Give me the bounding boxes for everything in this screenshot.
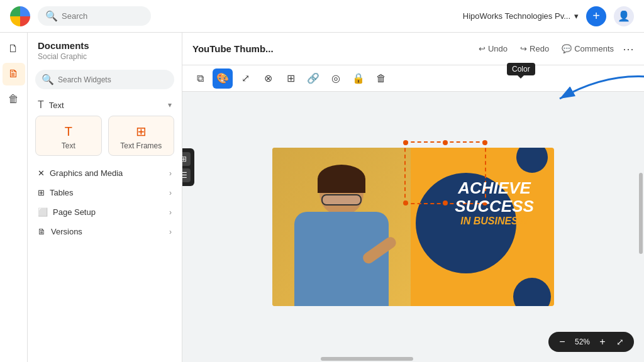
link-button[interactable]: 🔗 — [303, 69, 323, 89]
thumbnail-wrapper: ACHIEVE SUCCESS IN BUSINESS! — [272, 148, 554, 306]
zoom-out-button[interactable]: − — [555, 334, 570, 349]
sidebar-item-versions[interactable]: 🗎 Versions › — [28, 222, 182, 241]
thumbnail-text-success: SUCCESS — [444, 197, 545, 216]
search-input[interactable] — [62, 11, 137, 21]
text-widget-icon: T — [65, 124, 72, 139]
zoom-level-label: 52% — [572, 337, 592, 346]
sidebar-item-page-setup[interactable]: ⬜ Page Setup › — [28, 202, 182, 222]
widget-search[interactable]: 🔍 — [35, 70, 174, 89]
search-icon: 🔍 — [42, 74, 54, 85]
editor-actions: ↩ Undo ↪ Redo 💬 Comments ⋯ — [475, 41, 634, 56]
text-widget[interactable]: T Text — [35, 116, 102, 156]
editor-area: YouTube Thumb... ↩ Undo ↪ Redo 💬 Comment… — [182, 33, 644, 362]
versions-label: Versions — [51, 227, 82, 236]
add-button[interactable]: + — [586, 6, 606, 26]
text-widget-label: Text — [62, 141, 75, 150]
layer-button[interactable]: ◎ — [326, 69, 346, 89]
app-logo[interactable] — [10, 6, 30, 26]
document-title: YouTube Thumb... — [192, 43, 470, 54]
page-setup-chevron: › — [169, 208, 172, 217]
handle-top-left[interactable] — [403, 140, 408, 145]
graphics-chevron: › — [169, 169, 172, 178]
lock-button[interactable]: 🔒 — [348, 69, 369, 89]
canvas-area[interactable]: ⊞ ☰ — [182, 92, 644, 362]
icon-bar: 🗋 🗎 🗑 — [0, 33, 28, 362]
text-section-header[interactable]: T Text ▾ — [35, 97, 174, 116]
sidebar-item-tables[interactable]: ⊞ Tables › — [28, 183, 182, 202]
sidebar-item-graphics-media[interactable]: ✕ Graphics and Media › — [28, 163, 182, 183]
navbar: 🔍 HipoWorks Technologies Pv... ▾ + 👤 — [0, 0, 644, 33]
page-setup-label: Page Setup — [53, 207, 96, 217]
thumbnail-text-area: ACHIEVE SUCCESS IN BUSINESS! — [444, 179, 545, 227]
undo-icon: ↩ — [479, 44, 486, 53]
graphics-label: Graphics and Media — [50, 168, 123, 178]
text-type-icon: T — [38, 99, 44, 111]
panel-icon-list[interactable]: ☰ — [182, 168, 191, 182]
scrollbar-right[interactable] — [639, 173, 643, 254]
grid-button[interactable]: ⊞ — [280, 69, 301, 89]
thumbnail-text-inbiz: IN BUSINESS! — [444, 215, 545, 227]
doc-button[interactable]: 🗎 — [3, 63, 25, 85]
avatar[interactable]: 👤 — [614, 6, 634, 26]
sidebar: Documents Social Graphic 🔍 T Text ▾ T Te… — [28, 33, 182, 362]
copy-button[interactable]: ⧉ — [190, 69, 210, 89]
color-button[interactable]: 🎨 — [213, 69, 233, 89]
person-hair — [318, 165, 365, 193]
graphics-icon: ✕ — [38, 168, 45, 178]
company-name-label: HipoWorks Technologies Pv... — [463, 11, 570, 21]
thumbnail-text-achieve: ACHIEVE — [444, 179, 545, 197]
person-photo — [272, 148, 411, 306]
company-selector[interactable]: HipoWorks Technologies Pv... ▾ — [463, 11, 579, 21]
text-widgets-grid: T Text ⊞ Text Frames — [35, 116, 174, 156]
trash-button[interactable]: 🗑 — [3, 88, 25, 111]
comments-icon: 💬 — [562, 44, 572, 53]
person-bg — [272, 148, 411, 306]
main-layout: 🗋 🗎 🗑 Documents Social Graphic 🔍 T Text … — [0, 33, 644, 362]
scrollbar-bottom[interactable] — [321, 357, 413, 361]
global-search[interactable]: 🔍 — [38, 6, 151, 26]
crop-button[interactable]: ⤢ — [235, 69, 255, 89]
person-figure — [285, 162, 398, 306]
page-setup-icon: ⬜ — [38, 207, 48, 217]
widget-search-input[interactable] — [58, 75, 168, 84]
undo-button[interactable]: ↩ Undo — [475, 41, 511, 56]
circle-top-right — [516, 148, 548, 173]
fullscreen-button[interactable]: ⤢ — [613, 334, 628, 349]
chevron-down-icon: ▾ — [574, 11, 579, 21]
versions-chevron: › — [169, 228, 172, 236]
text-frames-icon: ⊞ — [136, 124, 147, 139]
rotate-button[interactable]: ⊗ — [258, 69, 278, 89]
thumbnail-canvas[interactable]: ACHIEVE SUCCESS IN BUSINESS! — [272, 148, 554, 306]
zoom-in-button[interactable]: + — [595, 334, 610, 349]
toolbar: Color ⧉ 🎨 ⤢ ⊗ ⊞ 🔗 ◎ 🔒 🗑 — [182, 65, 644, 92]
panel-icon-grid[interactable]: ⊞ — [182, 152, 191, 166]
handle-top-mid[interactable] — [443, 140, 448, 145]
editor-header: YouTube Thumb... ↩ Undo ↪ Redo 💬 Comment… — [182, 33, 644, 65]
tables-chevron: › — [169, 189, 172, 197]
sidebar-subtitle: Social Graphic — [28, 52, 182, 67]
text-frames-widget[interactable]: ⊞ Text Frames — [108, 116, 175, 156]
sidebar-title: Documents — [28, 40, 182, 52]
panel-icon-overlay: ⊞ ☰ — [182, 148, 194, 186]
search-icon: 🔍 — [45, 10, 58, 22]
comments-button[interactable]: 💬 Comments — [558, 41, 618, 56]
tables-label: Tables — [50, 188, 74, 197]
more-options-button[interactable]: ⋯ — [623, 42, 634, 56]
circle-bottom-right — [513, 278, 551, 306]
text-section: T Text ▾ T Text ⊞ Text Frames — [28, 97, 182, 163]
delete-button[interactable]: 🗑 — [371, 69, 391, 89]
text-expand-icon: ▾ — [168, 101, 172, 109]
text-section-label: Text — [49, 101, 64, 110]
person-glasses — [321, 194, 362, 206]
zoom-toolbar: − 52% + ⤢ — [548, 332, 634, 352]
versions-icon: 🗎 — [38, 227, 46, 236]
redo-icon: ↪ — [520, 44, 527, 53]
new-doc-button[interactable]: 🗋 — [3, 38, 25, 60]
handle-top-right[interactable] — [482, 140, 487, 145]
text-frames-label: Text Frames — [120, 141, 162, 150]
redo-button[interactable]: ↪ Redo — [516, 41, 553, 56]
tables-icon: ⊞ — [38, 188, 45, 197]
